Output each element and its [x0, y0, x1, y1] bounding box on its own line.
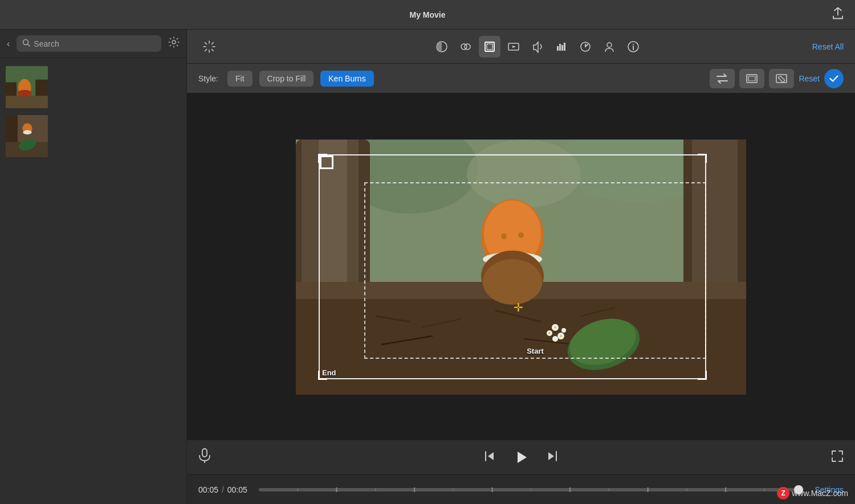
- timeline-scrubber[interactable]: [259, 488, 804, 491]
- svg-point-8: [18, 90, 32, 96]
- audio-button[interactable]: [527, 36, 548, 58]
- svg-point-77: [560, 335, 562, 337]
- current-time: 00:05 / 00:05: [198, 485, 247, 494]
- toolbar-icons: [231, 36, 844, 58]
- svg-point-40: [633, 44, 634, 45]
- svg-rect-42: [748, 76, 755, 81]
- svg-marker-82: [488, 452, 494, 460]
- reset-all-button[interactable]: Reset All: [812, 42, 844, 51]
- swap-arrows-button[interactable]: [710, 69, 735, 88]
- back-button[interactable]: ‹: [7, 39, 10, 49]
- svg-rect-32: [561, 45, 563, 51]
- style-right-controls: Reset: [710, 69, 844, 88]
- video-wrapper: ✛ End Start: [296, 140, 746, 395]
- svg-marker-83: [518, 452, 527, 463]
- timeline-bar: 00:05 / 00:05: [187, 474, 855, 504]
- sidebar-toolbar: ‹: [0, 30, 186, 58]
- color-correction-button[interactable]: [455, 36, 477, 58]
- info-button[interactable]: [622, 36, 644, 58]
- svg-point-66: [501, 233, 507, 239]
- svg-rect-79: [202, 449, 207, 457]
- style-label: Style:: [198, 74, 218, 83]
- svg-rect-33: [564, 43, 565, 51]
- confirm-button[interactable]: [824, 69, 844, 88]
- share-icon[interactable]: [832, 7, 844, 22]
- ken-burns-button[interactable]: Ken Burns: [320, 71, 373, 87]
- skip-back-button[interactable]: [483, 450, 496, 465]
- svg-point-67: [518, 232, 524, 238]
- thumbnail-item[interactable]: [5, 65, 49, 109]
- svg-point-2: [172, 40, 176, 44]
- search-icon: [22, 39, 30, 48]
- sidebar: ‹: [0, 30, 187, 504]
- play-button[interactable]: [510, 446, 532, 469]
- video-overlay-button[interactable]: [503, 36, 524, 58]
- playback-bar: [187, 440, 855, 474]
- svg-point-73: [552, 336, 558, 342]
- microphone-button[interactable]: [198, 448, 211, 466]
- fullscreen-button[interactable]: [831, 450, 844, 465]
- svg-rect-31: [559, 44, 561, 51]
- scene-background: ✛ End Start: [296, 140, 746, 395]
- search-box: [17, 35, 161, 52]
- svg-line-1: [28, 44, 30, 47]
- window-title: My Movie: [409, 10, 445, 19]
- svg-point-37: [607, 43, 612, 47]
- equalizer-button[interactable]: [551, 36, 572, 58]
- crop-to-fill-button[interactable]: Crop to Fill: [259, 71, 314, 87]
- svg-rect-43: [776, 75, 787, 83]
- watermark-text: www.MacZ.com: [792, 489, 848, 498]
- search-input[interactable]: [34, 39, 156, 48]
- svg-line-21: [212, 42, 214, 44]
- speed-button[interactable]: [575, 36, 596, 58]
- svg-point-14: [23, 130, 31, 135]
- thumbnail-list: [0, 58, 186, 165]
- svg-line-20: [212, 49, 214, 51]
- content-area: Reset All Style: Fit Crop to Fill Ken Bu…: [187, 30, 855, 504]
- svg-point-75: [554, 326, 556, 329]
- svg-point-74: [561, 328, 566, 333]
- reset-button[interactable]: Reset: [799, 74, 820, 83]
- crop-button[interactable]: [479, 36, 500, 58]
- thumbnail-item[interactable]: [5, 114, 49, 158]
- svg-point-76: [548, 332, 551, 334]
- watermark: Z www.MacZ.com: [777, 487, 848, 499]
- playback-controls: [483, 446, 559, 469]
- svg-rect-30: [557, 46, 559, 51]
- gear-button[interactable]: [168, 36, 180, 51]
- svg-line-19: [205, 42, 207, 44]
- frame-out-button[interactable]: [769, 69, 794, 88]
- svg-rect-6: [6, 96, 48, 108]
- svg-line-22: [205, 49, 207, 51]
- svg-marker-85: [548, 452, 554, 460]
- video-preview: ✛ End Start: [296, 140, 746, 395]
- skip-forward-button[interactable]: [546, 450, 559, 465]
- preview-container: ✛ End Start: [187, 93, 855, 440]
- title-bar: My Movie: [0, 0, 855, 30]
- svg-rect-27: [487, 44, 492, 50]
- svg-point-65: [483, 259, 542, 305]
- watermark-icon: Z: [777, 487, 789, 499]
- people-button[interactable]: [598, 36, 620, 58]
- color-balance-button[interactable]: [431, 36, 453, 58]
- top-toolbar: Reset All: [187, 30, 855, 64]
- frame-in-button[interactable]: [739, 69, 764, 88]
- svg-point-25: [465, 44, 470, 50]
- main-layout: ‹: [0, 30, 855, 504]
- style-toolbar: Style: Fit Crop to Fill Ken Burns: [187, 64, 855, 93]
- magic-wand-button[interactable]: [198, 36, 220, 58]
- svg-marker-29: [512, 46, 516, 48]
- fit-button[interactable]: Fit: [227, 71, 253, 87]
- svg-text:✛: ✛: [514, 301, 523, 314]
- svg-point-47: [467, 140, 581, 208]
